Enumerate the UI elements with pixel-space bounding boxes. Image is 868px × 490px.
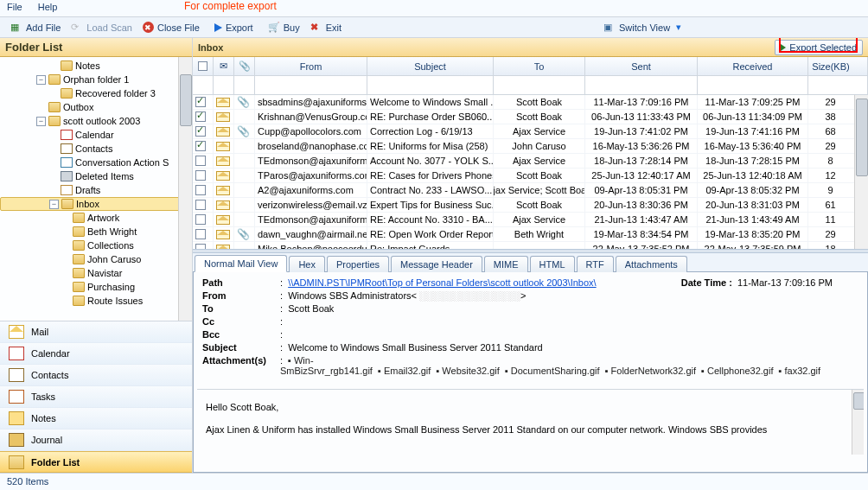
annotation-complete-export: For complete export [184, 0, 277, 12]
table-row[interactable]: 📎sbsadmins@ajaxuniforms.comWelcome to Wi… [193, 95, 868, 110]
col-icon[interactable]: ✉ [214, 57, 234, 75]
switch-view-button[interactable]: Switch View▾ [598, 18, 686, 37]
folder-tree[interactable]: Notes−Orphan folder 1Recovered folder 3O… [0, 57, 192, 309]
export-button[interactable]: Export [209, 18, 258, 37]
table-row[interactable]: 📎Cupp@apollocolors.comCorrection Log - 6… [193, 124, 868, 139]
switch-view-icon [603, 22, 616, 34]
tree-scrollbar[interactable] [178, 57, 192, 321]
exit-button[interactable]: Exit [305, 18, 347, 37]
row-checkbox[interactable] [195, 141, 206, 151]
tree-node[interactable]: John Caruso [0, 252, 192, 266]
row-checkbox[interactable] [195, 214, 206, 225]
nav-tasks[interactable]: Tasks [0, 386, 192, 408]
path-link-1[interactable]: \\ADMIN.PST\IPMRoot\Top [288, 277, 403, 288]
load-scan-button[interactable]: Load Scan [66, 18, 137, 37]
body-scrollbar[interactable] [852, 390, 864, 455]
play-icon [214, 23, 222, 32]
col-checkbox[interactable] [193, 57, 214, 75]
row-checkbox[interactable] [195, 126, 206, 137]
menu-help[interactable]: Help [38, 2, 58, 15]
tree-node[interactable]: −Orphan folder 1 [0, 73, 192, 86]
table-row[interactable]: Krishnan@VenusGroup.comRE: Purchase Orde… [193, 110, 868, 124]
table-row[interactable]: verizonwireless@email.vzws...Expert Tips… [193, 198, 868, 213]
path-link-2[interactable]: of Personal Folders\scott outlook 2003\I… [403, 277, 597, 288]
tab-attachments[interactable]: Attachments [616, 256, 687, 272]
row-checkbox[interactable] [195, 229, 206, 239]
tree-node[interactable]: Artwork [0, 211, 192, 225]
folder-list-header: Folder List [0, 38, 192, 57]
menu-bar: File Help [0, 0, 868, 17]
col-attachment[interactable]: 📎 [234, 57, 255, 75]
row-checkbox[interactable] [195, 200, 206, 210]
tab-normal-mail-view[interactable]: Normal Mail View [195, 255, 287, 272]
attachment-item[interactable]: ▪FolderNetwork32.gif [605, 366, 701, 376]
tree-node[interactable]: Calendar [0, 128, 192, 142]
col-from[interactable]: From [255, 57, 367, 75]
table-row[interactable]: TEdmonson@ajaxuniforms.c...RE: Account N… [193, 213, 868, 227]
row-checkbox[interactable] [195, 97, 206, 107]
tree-node[interactable]: Recovered folder 3 [0, 86, 192, 100]
message-body[interactable]: Hello Scott Boak, Ajax Linen & Uniform h… [197, 389, 864, 455]
tab-message-header[interactable]: Message Header [391, 256, 482, 272]
tab-hex[interactable]: Hex [289, 256, 325, 272]
tab-rtf[interactable]: RTF [577, 256, 614, 272]
row-checkbox[interactable] [195, 170, 206, 181]
lbl-att: Attachment(s) [202, 355, 280, 366]
tree-node[interactable]: Beth Wright [0, 225, 192, 239]
table-row[interactable]: broseland@nanophase.comRE: Uniforms for … [193, 139, 868, 154]
table-row[interactable]: A2@ajaxuniforms.comContract No. 233 - LA… [193, 183, 868, 198]
nav-contacts[interactable]: Contacts [0, 365, 192, 386]
grid-filter-row[interactable] [193, 76, 868, 95]
row-checkbox[interactable] [195, 244, 206, 249]
add-file-button[interactable]: Add File [5, 18, 66, 37]
lbl-date: Date Time : [681, 277, 732, 288]
col-size[interactable]: Size(KB) [808, 57, 868, 75]
tree-node[interactable]: Contacts [0, 142, 192, 156]
tree-node[interactable]: Purchasing [0, 280, 192, 294]
tree-node[interactable]: Notes [0, 59, 192, 73]
close-file-button[interactable]: Close File [137, 18, 205, 37]
tab-mime[interactable]: MIME [484, 256, 528, 272]
tree-node[interactable]: −Inbox [0, 197, 192, 211]
attachment-item[interactable]: ▪Win-SmBizSrvr_rgb141.gif [280, 355, 378, 376]
tree-node[interactable]: Conversation Action S [0, 156, 192, 169]
nav-folder-list[interactable]: Folder List [0, 451, 192, 473]
envelope-icon [216, 98, 230, 107]
table-row[interactable]: TEdmonson@ajaxuniforms.c...Account No. 3… [193, 154, 868, 169]
row-checkbox[interactable] [195, 111, 206, 122]
tree-node[interactable]: Drafts [0, 183, 192, 197]
row-checkbox[interactable] [195, 185, 206, 195]
nav-journal[interactable]: Journal [0, 430, 192, 451]
tree-node[interactable]: Route Issues [0, 294, 192, 308]
val-date: 11-Mar-13 7:09:16 PM [737, 277, 833, 288]
col-sent[interactable]: Sent [585, 57, 698, 75]
col-received[interactable]: Received [698, 57, 808, 75]
tree-node[interactable]: −scott outlook 2003 [0, 114, 192, 128]
row-checkbox[interactable] [195, 156, 206, 166]
attachment-item[interactable]: ▪fax32.gif [779, 366, 827, 376]
attachment-item[interactable]: ▪DocumentSharing.gif [505, 366, 605, 376]
tree-node[interactable]: Deleted Items [0, 169, 192, 183]
tab-html[interactable]: HTML [530, 256, 575, 272]
table-row[interactable]: TParos@ajaxuniforms.comRE: Cases for Dri… [193, 169, 868, 183]
tree-node[interactable]: Collections [0, 239, 192, 252]
buy-button[interactable]: Buy [263, 18, 305, 37]
tree-node[interactable]: Outbox [0, 100, 192, 114]
col-to[interactable]: To [494, 57, 585, 75]
nav-mail[interactable]: Mail [0, 321, 192, 343]
menu-file[interactable]: File [7, 2, 22, 15]
tab-properties[interactable]: Properties [327, 256, 389, 272]
attachment-item[interactable]: ▪Cellphone32.gif [701, 366, 778, 376]
envelope-icon [216, 186, 230, 195]
col-subject[interactable]: Subject [367, 57, 494, 75]
table-row[interactable]: 📎dawn_vaughn@airmail.netRE: Open Work Or… [193, 227, 868, 242]
attachment-item[interactable]: ▪Email32.gif [378, 366, 436, 376]
grid-scrollbar[interactable] [854, 95, 868, 249]
attachment-item[interactable]: ▪Website32.gif [436, 366, 504, 376]
status-bar: 520 Items [0, 473, 868, 490]
nav-notes[interactable]: Notes [0, 408, 192, 430]
grid-body[interactable]: 📎sbsadmins@ajaxuniforms.comWelcome to Wi… [193, 95, 868, 249]
table-row[interactable]: Mike Bochon@neocoorduRe: Impact Guards22… [193, 242, 868, 249]
tree-node[interactable]: Navistar [0, 266, 192, 280]
nav-calendar[interactable]: Calendar [0, 343, 192, 365]
